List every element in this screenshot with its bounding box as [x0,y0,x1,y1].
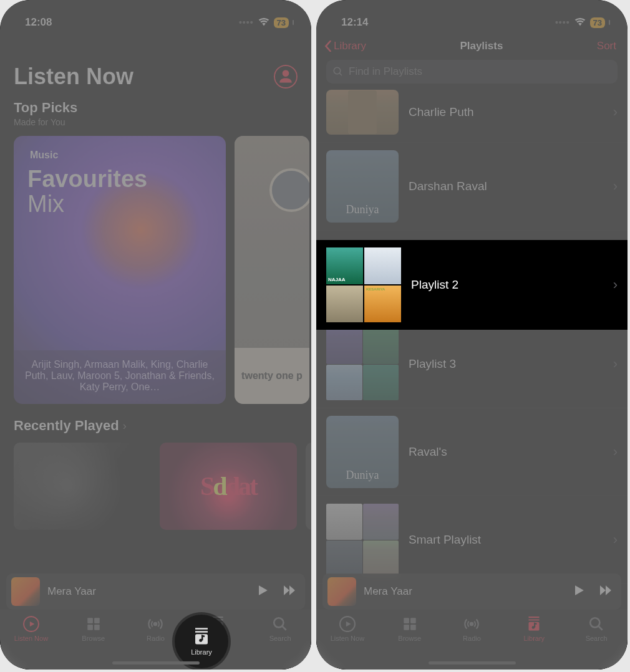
tab-radio[interactable]: Radio [447,616,496,642]
tab-bar: Listen Now Browse Radio Library Search [316,610,628,670]
now-playing-artwork [327,577,356,606]
playlist-row[interactable]: Duniya Darshan Raval › [316,143,628,231]
playlist-artwork [326,328,399,400]
tab-library[interactable]: Library [510,616,558,642]
svg-rect-14 [410,618,416,623]
playlist-artwork [326,504,399,576]
account-button[interactable] [274,65,298,89]
svg-point-20 [590,618,599,627]
tab-search[interactable]: Search [572,616,621,642]
tab-browse[interactable]: Browse [69,616,118,642]
now-playing-bar[interactable]: Mera Yaar [322,574,621,610]
highlight-library-tab[interactable]: Library [175,615,228,668]
section-title-top-picks: Top Picks [14,100,298,116]
playlist-name: Playlist 3 [409,357,603,371]
status-bar: 12:14 •••• 73 [316,0,628,34]
now-playing-title: Mera Yaar [364,585,564,598]
tab-bar: Listen Now Browse Radio Library Search [0,610,311,670]
svg-point-11 [334,67,341,74]
card-favourites-mix[interactable]: Music Favourites Mix Arijit Singh, Armaa… [14,136,226,404]
svg-rect-4 [94,625,100,630]
library-icon [526,616,542,632]
card-title-line1: Favourites [27,166,147,192]
grid-icon [85,616,102,632]
section-recently-played[interactable]: Recently Played › [0,404,311,439]
play-circle-icon [339,616,356,632]
playlist-row[interactable]: Duniya Raval's › [316,408,628,496]
tab-listen-now[interactable]: Listen Now [7,616,56,642]
artist-avatar [269,168,309,212]
playlist-name: Charlie Puth [409,105,603,119]
chevron-right-icon: › [613,277,618,293]
wifi-icon [574,16,586,29]
back-button[interactable]: Library [324,40,366,52]
search-placeholder: Find in Playlists [349,65,422,78]
now-playing-bar[interactable]: Mera Yaar [6,574,305,610]
chevron-left-icon [324,41,332,52]
playlists-list[interactable]: Charlie Puth › Duniya Darshan Raval › Pl… [316,87,628,584]
now-playing-artwork [11,577,40,606]
playlist-name: Darshan Raval [409,180,603,193]
svg-rect-16 [410,625,416,630]
recent-item[interactable] [306,443,311,530]
svg-rect-2 [94,618,100,623]
chevron-right-icon: › [613,178,618,194]
cellular-dots-icon: •••• [239,17,254,27]
home-indicator[interactable] [429,661,516,665]
page-title: Listen Now [14,64,133,90]
playlist-row[interactable]: Playlist 3 › [316,320,628,408]
section-subtitle: Made for You [14,117,298,127]
recently-played-carousel[interactable]: Sddat [0,439,311,530]
sort-button[interactable]: Sort [597,40,616,52]
search-input[interactable]: Find in Playlists [326,60,618,84]
card-side-label: twenty one p [235,348,309,404]
search-icon [332,66,344,77]
radio-icon [147,616,163,632]
top-picks-carousel[interactable]: Music Favourites Mix Arijit Singh, Armaa… [0,127,311,404]
library-icon [192,627,211,646]
chevron-right-icon: › [613,444,618,460]
playlist-name: Playlist 2 [411,278,603,292]
playlist-name: Raval's [409,445,603,459]
playlist-artwork: Duniya [326,150,399,223]
chevron-right-icon: › [613,532,618,548]
nav-title: Playlists [460,40,503,52]
apple-music-brand: Music [27,150,212,161]
card-featuring[interactable]: twenty one p [235,136,309,404]
forward-button[interactable] [281,583,296,600]
playlist-row[interactable]: Charlie Puth › [316,87,628,143]
chevron-right-icon: › [123,420,127,433]
recent-item[interactable] [14,443,151,530]
svg-rect-3 [87,625,93,630]
person-icon [278,69,294,85]
search-icon [588,616,604,632]
play-button[interactable] [255,583,270,600]
tab-search[interactable]: Search [256,616,304,642]
chevron-right-icon: › [613,356,618,372]
now-playing-title: Mera Yaar [47,585,248,598]
wifi-icon [258,16,270,29]
home-indicator[interactable] [112,661,200,665]
svg-point-8 [274,618,283,627]
grid-icon [402,616,418,632]
playlist-row-highlighted[interactable]: Playlist 2 › [316,240,628,330]
recent-item[interactable]: Sddat [160,443,297,530]
tab-listen-now[interactable]: Listen Now [323,616,372,642]
playlist-row[interactable]: Smart Playlist › [316,496,628,584]
battery-indicator: 73 [274,17,289,28]
section-title-recently-played: Recently Played [14,418,119,434]
tab-radio[interactable]: Radio [131,616,180,642]
svg-point-5 [153,622,158,626]
card-title-line2: Mix [27,191,64,217]
chevron-right-icon: › [613,104,618,120]
forward-button[interactable] [598,583,613,600]
playlist-artwork: Duniya [326,416,399,488]
status-time: 12:14 [341,16,368,29]
nav-bar: Library Playlists Sort [316,34,628,57]
screen-listen-now: 12:08 •••• 73 Listen Now Top Picks Made … [0,0,311,670]
play-button[interactable] [571,583,586,600]
cellular-dots-icon: •••• [555,17,570,27]
tab-browse[interactable]: Browse [385,616,434,642]
screen-playlists: 12:14 •••• 73 Library Playlists Sort Fin… [316,0,628,670]
svg-rect-15 [404,625,409,630]
